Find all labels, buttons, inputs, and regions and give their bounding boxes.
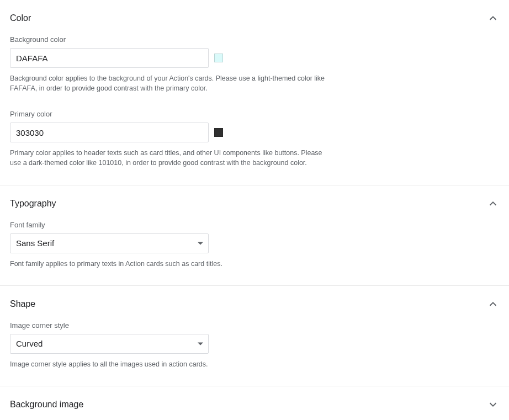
section-color: Color Background color Background color … xyxy=(0,0,509,185)
field-image-corner-style: Image corner style Curved Image corner s… xyxy=(10,321,499,369)
help-font-family: Font family applies to primary texts in … xyxy=(10,259,326,269)
section-typography: Typography Font family Sans Serif Font f… xyxy=(0,185,509,286)
help-image-corner-style: Image corner style applies to all the im… xyxy=(10,359,326,369)
select-image-corner-style-value: Curved xyxy=(16,339,43,348)
input-primary-color[interactable] xyxy=(10,123,209,142)
section-title-color: Color xyxy=(10,13,31,23)
chevron-up-icon xyxy=(487,12,499,24)
chevron-up-icon xyxy=(487,298,499,310)
section-title-background-image: Background image xyxy=(10,400,83,410)
field-background-color: Background color Background color applie… xyxy=(10,35,499,93)
swatch-background-color[interactable] xyxy=(214,54,223,62)
section-shape: Shape Image corner style Curved Image co… xyxy=(0,286,509,386)
section-header-background-image[interactable]: Background image xyxy=(10,386,499,411)
select-font-family-value: Sans Serif xyxy=(16,238,54,248)
label-primary-color: Primary color xyxy=(10,110,499,118)
chevron-down-icon xyxy=(487,398,499,411)
input-background-color[interactable] xyxy=(10,48,209,68)
help-primary-color: Primary color applies to header texts su… xyxy=(10,148,326,168)
label-background-color: Background color xyxy=(10,35,499,44)
section-title-typography: Typography xyxy=(10,199,56,209)
swatch-primary-color[interactable] xyxy=(214,128,223,137)
section-header-color[interactable]: Color xyxy=(10,0,499,26)
help-background-color: Background color applies to the backgrou… xyxy=(10,73,326,93)
label-image-corner-style: Image corner style xyxy=(10,321,499,329)
field-primary-color: Primary color Primary color applies to h… xyxy=(10,110,499,168)
label-font-family: Font family xyxy=(10,221,499,229)
section-background-image: Background image xyxy=(0,386,509,420)
chevron-up-icon xyxy=(487,198,499,210)
select-font-family[interactable]: Sans Serif xyxy=(10,233,209,253)
section-title-shape: Shape xyxy=(10,299,35,309)
field-font-family: Font family Sans Serif Font family appli… xyxy=(10,221,499,269)
section-header-shape[interactable]: Shape xyxy=(10,286,499,312)
select-image-corner-style[interactable]: Curved xyxy=(10,334,209,354)
section-header-typography[interactable]: Typography xyxy=(10,185,499,212)
